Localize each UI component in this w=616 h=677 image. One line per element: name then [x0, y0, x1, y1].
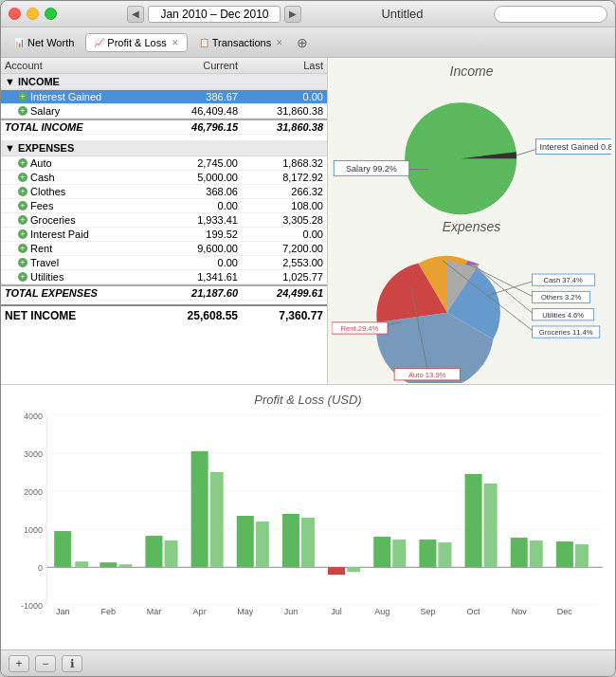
table-row[interactable]: +Utilities 1,341.611,025.77: [1, 270, 327, 284]
utilities-label: Utilities 4.6%: [542, 310, 584, 319]
total-expenses-label: TOTAL EXPENSES: [5, 287, 153, 299]
table-row[interactable]: + Salary 46,409.48 31,860.38: [1, 104, 327, 119]
table-row[interactable]: + Interest Gained 386.67 0.00: [1, 90, 327, 104]
table-header: Account Current Last: [1, 58, 327, 74]
add-icon[interactable]: +: [18, 229, 27, 239]
income-row-interest: + Interest Gained: [18, 91, 153, 102]
search-input[interactable]: [494, 6, 607, 23]
tab-close-profit-loss[interactable]: ✕: [172, 38, 179, 47]
svg-text:Jun: Jun: [284, 607, 299, 616]
tab-net-worth[interactable]: 📊 Net Worth: [7, 34, 82, 51]
add-icon[interactable]: +: [18, 158, 27, 168]
remove-button[interactable]: −: [35, 655, 56, 672]
table-row[interactable]: +Rent 9,600.007,200.00: [1, 242, 327, 256]
bar-apr-2: [210, 472, 224, 567]
rent-label: Rent 29.4%: [341, 324, 379, 333]
close-button[interactable]: [9, 8, 21, 20]
bar-aug: [373, 537, 390, 567]
add-tab-button[interactable]: ⊕: [297, 35, 308, 50]
table-row[interactable]: +Fees 0.00108.00: [1, 199, 327, 213]
bar-aug-2: [392, 540, 406, 567]
bar-dec-2: [575, 544, 589, 567]
net-income-row: NET INCOME 25,608.55 7,360.77: [1, 304, 327, 325]
table-row[interactable]: +Auto 2,745.001,868.32: [1, 156, 327, 171]
income-section-header[interactable]: ▼ INCOME: [1, 74, 327, 90]
add-icon[interactable]: +: [18, 244, 27, 253]
total-income-label: TOTAL INCOME: [5, 121, 153, 133]
interest-last: 0.00: [238, 91, 323, 102]
content-area: Account Current Last ▼ INCOME + Interest…: [1, 58, 615, 384]
date-range-display[interactable]: Jan 2010 – Dec 2010: [148, 6, 281, 23]
maximize-button[interactable]: [45, 8, 57, 20]
svg-text:Apr: Apr: [193, 607, 207, 616]
info-button[interactable]: ℹ: [62, 655, 82, 672]
table-row[interactable]: +Travel 0.002,553.00: [1, 256, 327, 270]
bar-feb: [100, 562, 117, 567]
nav-forward-button[interactable]: ▶: [284, 6, 301, 23]
add-icon[interactable]: +: [18, 106, 27, 116]
bar-mar-2: [165, 540, 178, 567]
minimize-button[interactable]: [27, 8, 39, 20]
total-expenses-current: 21,187.60: [153, 287, 238, 299]
income-pie-chart: Salary 99.2% Interest Gained 0.8%: [332, 77, 611, 234]
add-icon[interactable]: +: [18, 201, 27, 210]
svg-text:Jan: Jan: [56, 607, 70, 616]
table-row[interactable]: +Interest Paid 199.520.00: [1, 228, 327, 242]
svg-text:Nov: Nov: [512, 607, 528, 616]
bar-feb-2: [118, 564, 132, 567]
table-row[interactable]: +Clothes 368.06266.32: [1, 185, 327, 199]
expenses-section-header[interactable]: ▼ EXPENSES: [1, 140, 327, 156]
svg-text:3000: 3000: [24, 449, 43, 459]
add-icon[interactable]: +: [18, 215, 27, 225]
titlebar: ◀ Jan 2010 – Dec 2010 ▶ Untitled: [1, 1, 615, 27]
col-account: Account: [5, 60, 153, 71]
svg-text:4000: 4000: [24, 412, 43, 421]
table-row[interactable]: +Cash 5,000.008,172.92: [1, 171, 327, 185]
bar-jul-2: [347, 567, 360, 572]
bar-sep-2: [438, 542, 451, 567]
income-chart-title: Income: [450, 64, 494, 79]
net-income-last: 7,360.77: [238, 309, 323, 322]
tab-label-net-worth: Net Worth: [27, 37, 74, 48]
bar-nov-2: [530, 540, 543, 567]
bar-jun: [282, 514, 299, 567]
bar-chart-panel: Profit & Loss (USD) 4000 3000 2000 1000 …: [1, 384, 615, 650]
tab-transactions[interactable]: 📋 Transactions ✕: [191, 34, 292, 51]
interest-current: 386.67: [153, 91, 238, 102]
income-label: ▼ INCOME: [5, 76, 60, 87]
bar-mar: [145, 536, 162, 567]
bar-jan-2: [75, 561, 88, 567]
add-icon[interactable]: +: [18, 92, 27, 101]
add-button[interactable]: +: [9, 655, 29, 672]
bar-chart: 4000 3000 2000 1000 0 -1000: [9, 411, 607, 619]
svg-text:Aug: Aug: [374, 607, 390, 616]
svg-text:Jul: Jul: [331, 607, 342, 616]
right-panel: Income Salary 99.2% Interest Gained 0.8%: [328, 58, 615, 384]
tab-bar: 📊 Net Worth 📈 Profit & Loss ✕ 📋 Transact…: [1, 27, 615, 58]
add-icon[interactable]: +: [18, 173, 27, 182]
svg-text:Mar: Mar: [147, 607, 162, 616]
bar-nov: [511, 538, 528, 567]
svg-text:Feb: Feb: [101, 607, 117, 616]
total-income-last: 31,860.38: [238, 121, 323, 133]
add-icon[interactable]: +: [18, 272, 27, 282]
expenses-pie-chart: Rent 29.4% Auto 13.9% Cash 37.4% Others …: [332, 236, 611, 383]
tab-close-transactions[interactable]: ✕: [276, 38, 283, 47]
salary-current: 46,409.48: [153, 105, 238, 117]
bar-dec: [556, 541, 573, 567]
net-income-label: NET INCOME: [5, 309, 153, 322]
interest-label: Interest Gained 0.8%: [540, 142, 611, 152]
svg-text:0: 0: [38, 563, 43, 573]
add-icon[interactable]: +: [18, 187, 27, 196]
salary-label: Salary 99.2%: [346, 164, 397, 174]
income-row-salary: + Salary: [18, 105, 153, 117]
others-label: Others 3.2%: [541, 293, 582, 302]
table-row[interactable]: +Groceries 1,933.413,305.28: [1, 213, 327, 228]
nav-back-button[interactable]: ◀: [127, 6, 144, 23]
add-icon[interactable]: +: [18, 258, 27, 267]
bar-may: [237, 516, 254, 567]
main-window: ◀ Jan 2010 – Dec 2010 ▶ Untitled 📊 Net W…: [0, 0, 616, 677]
traffic-lights: [9, 8, 57, 20]
bar-oct-2: [484, 484, 498, 567]
tab-profit-loss[interactable]: 📈 Profit & Loss ✕: [85, 33, 187, 52]
